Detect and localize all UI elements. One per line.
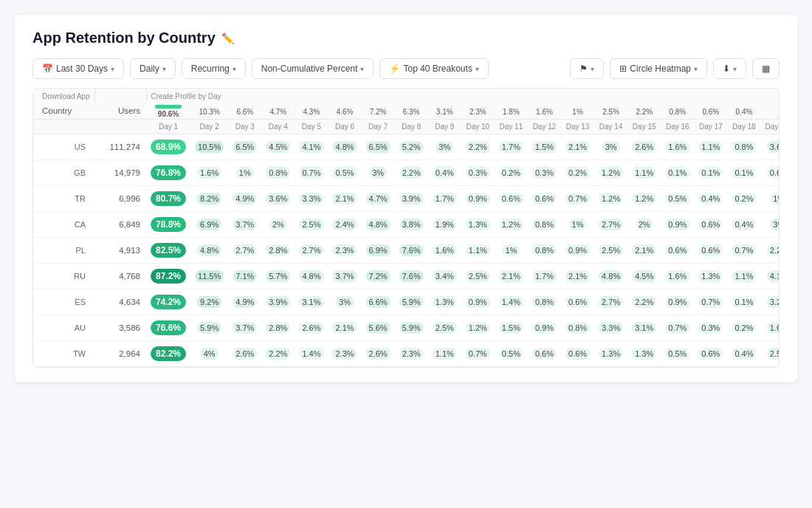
breakouts-button[interactable]: ⚡ Top 40 Breakouts ▾ xyxy=(379,58,488,79)
cumulative-button[interactable]: Non-Cumulative Percent ▾ xyxy=(252,58,374,79)
chevron-down-icon: ▾ xyxy=(111,65,114,73)
cell-day18: 0.2% xyxy=(727,186,760,212)
cell-day16: 0.9% xyxy=(661,289,694,315)
cell-day15: 3.1% xyxy=(627,315,661,341)
cell-day19: 3.6% xyxy=(760,134,780,160)
cell-day12: 1.5% xyxy=(528,134,561,160)
cell-day18: 0.1% xyxy=(727,160,760,186)
cell-day18: 0.4% xyxy=(727,212,760,238)
download-button[interactable]: ⬇ ▾ xyxy=(713,58,746,79)
cell-day4: 2.2% xyxy=(261,341,295,367)
th-day-label-7: Day 7 xyxy=(362,120,395,134)
cell-day12: 0.8% xyxy=(528,212,561,238)
cell-day11: 1.2% xyxy=(495,212,528,238)
cell-day7: 4.7% xyxy=(362,186,395,212)
cell-day14: 2.7% xyxy=(594,289,627,315)
th-day-label-3: Day 3 xyxy=(228,120,261,134)
cell-day16: 1.6% xyxy=(661,134,694,160)
chevron-down-icon: ▾ xyxy=(733,65,737,73)
cell-day1: 82.2% xyxy=(146,341,190,367)
cell-day12: 0.8% xyxy=(528,289,561,315)
cell-day12: 0.9% xyxy=(528,315,561,341)
table-row: RU4,76887.2%11.5%7.1%5.7%4.8%3.7%7.2%7.6… xyxy=(33,264,780,289)
cell-day8: 2.2% xyxy=(395,160,428,186)
chevron-down-icon: ▾ xyxy=(162,65,166,73)
th-pct-day-2: 10.3% xyxy=(190,102,228,120)
cell-day5: 2.7% xyxy=(295,238,328,264)
th-pct-day-4: 4.7% xyxy=(261,102,295,120)
cell-country: US xyxy=(33,134,94,160)
cell-day7: 4.8% xyxy=(362,212,395,238)
cell-country: ES xyxy=(33,289,94,315)
cell-day3: 3.7% xyxy=(228,315,261,341)
cell-day19: 1% xyxy=(760,186,780,212)
cell-day3: 3.7% xyxy=(228,212,261,238)
table-row: CA6,84978.8%6.9%3.7%2%2.5%2.4%4.8%3.8%1.… xyxy=(33,212,780,238)
flag-button[interactable]: ⚑ ▾ xyxy=(570,58,604,79)
table-row: PL4,91382.5%4.8%2.7%2.8%2.7%2.3%6.9%7.6%… xyxy=(33,238,780,264)
cell-day10: 1.3% xyxy=(461,212,495,238)
cell-day14: 1.2% xyxy=(594,160,627,186)
heatmap-icon: ⊞ xyxy=(619,64,627,74)
th-day-label-19: Day >18 xyxy=(760,120,780,134)
cell-day12: 0.6% xyxy=(528,186,561,212)
cell-day13: 0.7% xyxy=(561,186,594,212)
flag-icon: ⚑ xyxy=(579,64,588,74)
table-body: US111,27468.9%10.5%6.5%4.5%4.1%4.8%6.5%5… xyxy=(33,134,780,367)
cell-day9: 0.4% xyxy=(428,160,461,186)
th-day-label-10: Day 10 xyxy=(461,120,495,134)
cell-day11: 1.7% xyxy=(495,134,528,160)
cell-day14: 3% xyxy=(594,134,627,160)
cell-day7: 6.6% xyxy=(362,289,395,315)
cell-day13: 2.1% xyxy=(561,134,594,160)
cell-day13: 1% xyxy=(561,212,594,238)
th-day-label-5: Day 5 xyxy=(295,120,328,134)
th-pct-day-15: 2.2% xyxy=(627,102,661,120)
edit-icon[interactable]: ✏️ xyxy=(221,32,234,44)
th-users: Users xyxy=(94,102,146,120)
cell-day19: 1.6% xyxy=(760,315,780,341)
cell-day9: 3.4% xyxy=(428,264,461,289)
table-row: US111,27468.9%10.5%6.5%4.5%4.1%4.8%6.5%5… xyxy=(33,134,780,160)
cell-day19: 2.5% xyxy=(760,341,780,367)
heatmap-button[interactable]: ⊞ Circle Heatmap ▾ xyxy=(610,58,707,79)
date-range-button[interactable]: 📅 Last 30 Days ▾ xyxy=(32,58,124,79)
frequency-button[interactable]: Daily ▾ xyxy=(130,58,176,79)
cell-day8: 3.8% xyxy=(395,212,428,238)
recurring-button[interactable]: Recurring ▾ xyxy=(182,58,246,79)
cell-day9: 3% xyxy=(428,134,461,160)
cell-day17: 0.6% xyxy=(694,341,727,367)
recurring-label: Recurring xyxy=(191,64,230,74)
users-header-empty xyxy=(94,89,146,102)
cell-day2: 4% xyxy=(190,341,228,367)
cell-day15: 1.3% xyxy=(627,341,661,367)
cell-day6: 3.7% xyxy=(328,264,361,289)
cell-day17: 1.3% xyxy=(694,264,727,289)
cell-day18: 0.8% xyxy=(727,134,760,160)
download-app-label: Download App xyxy=(33,89,94,102)
cell-users: 111,274 xyxy=(94,134,146,160)
cell-day18: 0.7% xyxy=(727,238,760,264)
chevron-down-icon: ▾ xyxy=(591,65,594,73)
cell-country: PL xyxy=(33,238,94,264)
th-pct-day-18: 0.4% xyxy=(727,102,760,120)
cell-day18: 0.2% xyxy=(727,315,760,341)
cell-day13: 0.6% xyxy=(561,341,594,367)
cell-day17: 0.6% xyxy=(694,238,727,264)
cell-day5: 2.6% xyxy=(295,315,328,341)
th-day-label-2: Day 2 xyxy=(190,120,228,134)
cell-day7: 6.9% xyxy=(362,238,395,264)
cell-day19: 3.2% xyxy=(760,289,780,315)
section-labels-row: Download App Create Profile by Day xyxy=(33,89,780,102)
cell-day1: 82.5% xyxy=(146,238,190,264)
cell-users: 4,634 xyxy=(94,289,146,315)
cell-day11: 0.6% xyxy=(495,186,528,212)
th-pct-day-9: 3.1% xyxy=(428,102,461,120)
grid-button[interactable]: ▦ xyxy=(752,58,780,79)
cell-day6: 2.1% xyxy=(328,186,361,212)
cell-day5: 3.1% xyxy=(295,289,328,315)
cell-day6: 4.8% xyxy=(328,134,361,160)
grid-icon: ▦ xyxy=(762,64,770,74)
cell-day6: 2.4% xyxy=(328,212,361,238)
filter-icon: ⚡ xyxy=(389,64,400,74)
